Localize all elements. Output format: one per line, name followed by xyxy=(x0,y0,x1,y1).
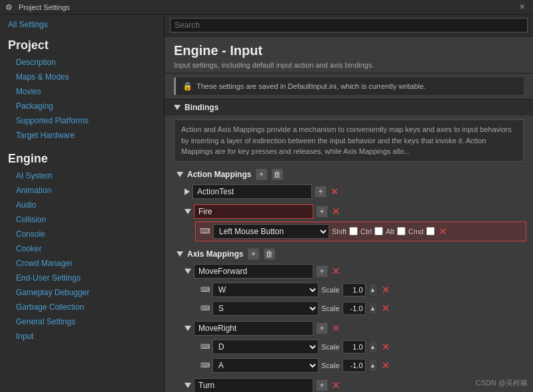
moveforward-s-scale-btn[interactable]: ▲ xyxy=(368,302,378,315)
cmd-label: Cmd xyxy=(408,228,423,235)
close-button[interactable]: ✕ xyxy=(516,3,528,11)
moveforward-delete-button[interactable]: ✕ xyxy=(331,267,341,276)
main-layout: All Settings Project Description Maps & … xyxy=(0,15,533,392)
sidebar-item-target-hardware[interactable]: Target Hardware xyxy=(0,128,164,143)
sidebar-item-general-settings[interactable]: General Settings xyxy=(0,314,164,329)
scale-label-w: Scale xyxy=(321,286,340,294)
scale-label-d: Scale xyxy=(321,343,340,351)
actiontest-expand-icon xyxy=(185,188,190,195)
turn-add-button[interactable]: + xyxy=(316,379,328,391)
bindings-title: Bindings xyxy=(185,103,218,112)
axis-mappings-add-button[interactable]: + xyxy=(248,248,260,260)
sidebar-item-maps-modes[interactable]: Maps & Modes xyxy=(0,70,164,84)
moveright-d-delete-button[interactable]: ✕ xyxy=(380,342,391,352)
turn-name-input[interactable] xyxy=(194,378,313,393)
moveright-d-key-dropdown[interactable]: D xyxy=(212,340,319,354)
sidebar-item-input[interactable]: Input xyxy=(0,329,164,344)
moveforward-s-delete-button[interactable]: ✕ xyxy=(380,304,391,313)
sidebar-item-description[interactable]: Description xyxy=(0,55,164,70)
moveright-d-scale-btn[interactable]: ▲ xyxy=(368,340,378,354)
moveforward-w-scale-btn[interactable]: ▲ xyxy=(368,283,378,296)
sidebar-item-console[interactable]: Console xyxy=(0,227,164,241)
moveright-a-scale-btn[interactable]: ▲ xyxy=(368,359,378,372)
sidebar: All Settings Project Description Maps & … xyxy=(0,15,165,392)
keyboard-icon-s: ⌨ xyxy=(200,304,210,312)
moveright-a-key-dropdown[interactable]: A xyxy=(212,358,319,373)
fire-delete-button[interactable]: ✕ xyxy=(331,207,341,216)
shift-label: Shift xyxy=(332,228,346,235)
alt-label: Alt xyxy=(386,228,394,235)
sidebar-item-movies[interactable]: Movies xyxy=(0,84,164,99)
cmd-checkbox[interactable] xyxy=(426,227,435,235)
moveright-a-row: ⌨ A Scale ▲ ✕ xyxy=(174,357,524,374)
moveright-add-button[interactable]: + xyxy=(316,322,328,334)
sidebar-item-animation[interactable]: Animation xyxy=(0,183,164,198)
axis-mappings-collapse-icon xyxy=(177,251,183,257)
action-mappings-collapse-icon xyxy=(177,172,183,177)
action-mappings-title: Action Mappings xyxy=(187,170,252,179)
axis-mappings-title: Axis Mappings xyxy=(187,249,244,259)
sidebar-item-crowd-manager[interactable]: Crowd Manager xyxy=(0,256,164,271)
keyboard-icon-a: ⌨ xyxy=(200,361,210,369)
actiontest-add-binding-button[interactable]: + xyxy=(315,186,327,198)
action-mappings-delete-button[interactable]: 🗑 xyxy=(271,168,283,180)
all-settings-link[interactable]: All Settings xyxy=(0,15,164,34)
sidebar-item-cooker[interactable]: Cooker xyxy=(0,241,164,256)
moveright-a-scale-input[interactable] xyxy=(343,359,366,372)
alt-checkbox[interactable] xyxy=(397,227,406,235)
axis-mapping-moveright: + ✕ ⌨ D Scale ▲ ✕ ⌨ A Scale ▲ ✕ xyxy=(174,320,524,374)
moveforward-s-key-dropdown[interactable]: S xyxy=(212,301,319,316)
moveforward-name-input[interactable] xyxy=(194,264,313,279)
actiontest-delete-button[interactable]: ✕ xyxy=(329,187,340,196)
sidebar-item-ai-system[interactable]: AI System xyxy=(0,168,164,183)
sidebar-item-end-user-settings[interactable]: End-User Settings xyxy=(0,271,164,285)
search-input[interactable] xyxy=(170,18,528,33)
sidebar-item-packaging[interactable]: Packaging xyxy=(0,99,164,113)
turn-row: + ✕ xyxy=(174,377,524,393)
action-mapping-fire: + ✕ ⌨ Left Mouse Button Shift Ctrl Alt C… xyxy=(174,203,524,241)
content-area: Engine - Input Input settings, including… xyxy=(165,15,533,392)
moveforward-w-key-dropdown[interactable]: W xyxy=(212,283,319,297)
fire-name-input[interactable] xyxy=(194,204,313,219)
search-bar xyxy=(165,15,533,36)
keyboard-icon-w: ⌨ xyxy=(200,286,210,293)
engine-section-title: Engine xyxy=(0,148,164,168)
turn-delete-button[interactable]: ✕ xyxy=(331,381,341,390)
page-title: Engine - Input xyxy=(174,43,524,58)
moveforward-s-scale-input[interactable] xyxy=(343,302,366,315)
shift-checkbox[interactable] xyxy=(349,227,358,235)
bindings-description: Action and Axis Mappings provide a mecha… xyxy=(174,119,524,162)
axis-mappings-delete-button[interactable]: 🗑 xyxy=(264,248,275,260)
moveright-a-delete-button[interactable]: ✕ xyxy=(380,361,391,370)
action-mapping-row-actiontest: + ✕ xyxy=(174,183,524,200)
moveforward-w-scale-input[interactable] xyxy=(343,283,366,296)
moveforward-add-button[interactable]: + xyxy=(316,265,328,277)
fire-add-binding-button[interactable]: + xyxy=(316,206,328,218)
title-bar-text: Project Settings xyxy=(19,3,516,11)
actiontest-name-input[interactable] xyxy=(192,184,312,199)
action-mappings-header[interactable]: Action Mappings + 🗑 xyxy=(174,166,524,183)
scale-label-a: Scale xyxy=(321,361,340,369)
axis-mappings-header[interactable]: Axis Mappings + 🗑 xyxy=(174,245,524,263)
bindings-section-header[interactable]: Bindings xyxy=(165,99,533,115)
sidebar-item-collision[interactable]: Collision xyxy=(0,212,164,227)
moveforward-w-delete-button[interactable]: ✕ xyxy=(380,285,391,294)
fire-key-dropdown[interactable]: Left Mouse Button xyxy=(213,224,329,239)
fire-binding-row: ⌨ Left Mouse Button Shift Ctrl Alt Cmd ✕ xyxy=(195,222,526,241)
action-mappings-add-button[interactable]: + xyxy=(256,168,267,180)
sidebar-item-audio[interactable]: Audio xyxy=(0,198,164,212)
sidebar-item-garbage-collection[interactable]: Garbage Collection xyxy=(0,300,164,314)
title-bar: ⚙ Project Settings ✕ xyxy=(0,0,533,15)
moveright-d-scale-input[interactable] xyxy=(343,340,366,354)
moveright-name-input[interactable] xyxy=(194,321,313,336)
fire-binding-delete-button[interactable]: ✕ xyxy=(437,227,448,236)
axis-mapping-turn: + ✕ ⌨ Mouse X Scale ▲ ✕ xyxy=(174,377,524,393)
moveright-delete-button[interactable]: ✕ xyxy=(331,324,341,333)
sidebar-item-gameplay-debugger[interactable]: Gameplay Debugger xyxy=(0,285,164,300)
ctrl-checkbox[interactable] xyxy=(374,227,383,235)
watermark: CSDN @吴梓稼 xyxy=(476,378,528,388)
moveright-d-row: ⌨ D Scale ▲ ✕ xyxy=(174,338,524,356)
sidebar-item-supported-platforms[interactable]: Supported Platforms xyxy=(0,113,164,128)
action-mapping-actiontest: + ✕ xyxy=(174,183,524,200)
info-banner-text: These settings are saved in DefaultInput… xyxy=(196,82,425,90)
